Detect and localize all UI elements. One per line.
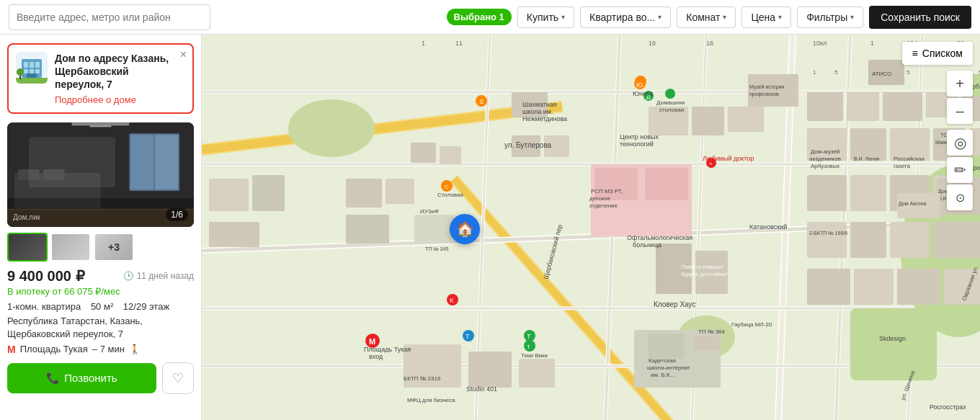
- popup-text: Дом по адресу Казань, Щербаковский переу…: [55, 52, 185, 105]
- thumbnail-extra[interactable]: +3: [94, 233, 134, 262]
- svg-rect-34: [411, 143, 436, 163]
- svg-text:Памяти павших: Памяти павших: [681, 264, 723, 270]
- svg-text:академиков: академиков: [809, 156, 841, 162]
- map-background[interactable]: ул. Бутлерова Щербаковский пер Катановск…: [202, 35, 980, 420]
- svg-text:+: +: [709, 161, 713, 167]
- chevron-down-icon: ▾: [723, 13, 726, 21]
- zoom-out-button[interactable]: –: [947, 98, 973, 124]
- svg-text:Шахматная: Шахматная: [522, 101, 557, 108]
- svg-text:газета: газета: [894, 163, 910, 169]
- pencil-icon: ✏: [954, 161, 966, 179]
- thumbnail-1[interactable]: [7, 233, 48, 262]
- filters-button[interactable]: Фильтры ▾: [797, 6, 863, 28]
- svg-rect-7: [35, 69, 40, 73]
- svg-rect-19: [18, 169, 40, 180]
- svg-rect-20: [43, 169, 65, 180]
- svg-rect-55: [807, 175, 847, 211]
- price-row: 9 400 000 ₽ 🕒 11 дней назад: [7, 267, 194, 285]
- svg-text:Т: Т: [466, 333, 470, 340]
- apt-type: 1-комн. квартира: [7, 301, 81, 312]
- list-icon: ≡: [912, 48, 918, 59]
- svg-rect-5: [24, 69, 28, 73]
- svg-text:T: T: [527, 333, 531, 340]
- svg-text:Арбузовых: Арбузовых: [811, 163, 839, 169]
- map-canvas: ул. Бутлерова Щербаковский пер Катановск…: [202, 35, 980, 420]
- zoom-in-button[interactable]: +: [947, 71, 973, 97]
- svg-text:Росгосстрах: Росгосстрах: [930, 403, 966, 411]
- svg-text:Катановский: Катановский: [749, 223, 787, 231]
- map-area[interactable]: ул. Бутлерова Щербаковский пер Катановск…: [202, 35, 980, 420]
- chevron-down-icon: ▾: [561, 13, 565, 21]
- draw-button[interactable]: ✏: [947, 157, 973, 183]
- svg-text:больница: больница: [633, 241, 662, 249]
- left-panel: Дом по адресу Казань, Щербаковский переу…: [0, 35, 202, 420]
- call-button[interactable]: 📞 Позвонить: [7, 363, 156, 393]
- svg-text:им. Б.К...: им. Б.К...: [651, 372, 674, 378]
- compass-icon: ◎: [954, 134, 966, 151]
- svg-text:Гаубица МЛ-20: Гаубица МЛ-20: [731, 321, 772, 328]
- metro-row: М Площадь Тукая – 7 мин 🚶: [7, 344, 194, 355]
- apt-address: Республика Татарстан, Казань, Щербаковск…: [7, 315, 194, 341]
- svg-rect-28: [209, 179, 249, 211]
- svg-rect-38: [346, 215, 389, 243]
- location-button[interactable]: ⊙: [947, 184, 973, 210]
- svg-rect-44: [728, 107, 764, 132]
- metro-distance: – 7 мин: [92, 344, 125, 354]
- heart-icon: ♡: [172, 370, 184, 386]
- svg-rect-64: [807, 269, 850, 305]
- listing-photo-container: Дом.лик 1/6: [7, 122, 194, 227]
- svg-rect-8: [27, 73, 37, 78]
- chevron-down-icon: ▾: [658, 13, 662, 21]
- favorite-button[interactable]: ♡: [162, 362, 194, 394]
- rooms-filter[interactable]: Комнат ▾: [677, 6, 736, 28]
- svg-text:Юнита: Юнита: [633, 90, 653, 97]
- price-filter[interactable]: Цена ▾: [741, 6, 791, 28]
- svg-rect-6: [30, 69, 34, 73]
- svg-rect-136: [694, 336, 719, 350]
- svg-rect-33: [645, 168, 688, 200]
- pin-circle: 🏠: [450, 214, 480, 244]
- svg-text:В.И. Ленин: В.И. Ленин: [854, 156, 880, 161]
- svg-text:Кловер Хаус: Кловер Хаус: [654, 300, 695, 308]
- svg-rect-30: [209, 222, 259, 247]
- svg-rect-36: [346, 179, 382, 207]
- svg-text:РСП МЗ РТ,: РСП МЗ РТ,: [591, 188, 623, 195]
- svg-rect-74: [519, 359, 555, 388]
- svg-text:1: 1: [870, 40, 874, 47]
- svg-text:Столовая: Столовая: [437, 192, 463, 198]
- thumbnail-row: +3: [7, 233, 194, 262]
- apt-area: 50 м²: [91, 301, 113, 312]
- thumbnail-2[interactable]: [50, 233, 91, 262]
- search-input[interactable]: [9, 4, 210, 30]
- svg-text:технологий: технологий: [620, 140, 654, 148]
- svg-rect-43: [692, 107, 724, 135]
- svg-text:столовая: столовая: [659, 107, 684, 113]
- svg-text:Центр новых: Центр новых: [620, 133, 659, 140]
- svg-text:вход: вход: [369, 353, 383, 360]
- close-icon[interactable]: ×: [180, 49, 187, 61]
- svg-rect-4: [35, 62, 40, 68]
- svg-rect-17: [155, 135, 178, 189]
- photo-counter: 1/6: [166, 208, 188, 221]
- building-icon: [16, 52, 48, 84]
- svg-text:М: М: [369, 337, 375, 346]
- action-row: 📞 Позвонить ♡: [7, 362, 194, 394]
- svg-text:2-БКТП № 160/6: 2-БКТП № 160/6: [809, 231, 847, 236]
- compass-button[interactable]: ◎: [947, 130, 973, 156]
- buy-filter[interactable]: Купить ▾: [517, 6, 574, 28]
- popup-link[interactable]: Подробнее о доме: [55, 94, 174, 105]
- svg-point-11: [17, 68, 24, 76]
- svg-text:школа им.: школа им.: [522, 108, 553, 115]
- svg-rect-60: [807, 222, 847, 258]
- apt-details: 1-комн. квартира 50 м² 12/29 этаж: [7, 301, 194, 312]
- selected-badge[interactable]: Выбрано 1: [447, 9, 512, 25]
- save-search-button[interactable]: Сохранить поиск: [869, 6, 971, 29]
- apt-type-filter[interactable]: Квартира во... ▾: [580, 6, 671, 28]
- map-pin: 🏠: [450, 214, 480, 244]
- svg-text:отделение: отделение: [589, 202, 618, 209]
- building-popup-card: Дом по адресу Казань, Щербаковский переу…: [7, 43, 194, 114]
- svg-text:Офтальмологическая: Офтальмологическая: [627, 234, 692, 241]
- svg-text:16: 16: [706, 40, 713, 47]
- list-view-button[interactable]: ≡ Списком: [902, 42, 973, 65]
- svg-text:С: С: [445, 184, 449, 190]
